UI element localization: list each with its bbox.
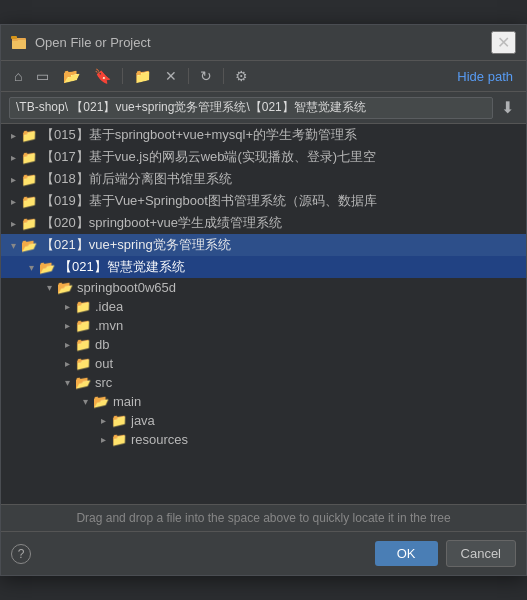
chevron-icon: ▸ — [5, 218, 21, 229]
chevron-icon: ▾ — [77, 396, 93, 407]
help-button[interactable]: ? — [11, 544, 31, 564]
folder-icon: 📂 — [39, 260, 55, 275]
chevron-icon: ▸ — [5, 196, 21, 207]
chevron-icon: ▸ — [59, 320, 75, 331]
tree-item[interactable]: ▸📁【017】基于vue.js的网易云web端(实现播放、登录)七里空 — [1, 146, 526, 168]
ok-button[interactable]: OK — [375, 541, 438, 566]
folder-icon: 📁 — [75, 299, 91, 314]
settings-button[interactable]: ⚙ — [230, 65, 253, 87]
tree-item-label: resources — [131, 432, 188, 447]
tree-item[interactable]: ▸📁【020】springboot+vue学生成绩管理系统 — [1, 212, 526, 234]
separator-1 — [122, 68, 123, 84]
chevron-icon: ▾ — [5, 240, 21, 251]
chevron-icon: ▾ — [59, 377, 75, 388]
title-bar: Open File or Project ✕ — [1, 25, 526, 61]
footer: ? OK Cancel — [1, 531, 526, 575]
svg-rect-3 — [11, 36, 17, 39]
folder-icon: 📁 — [21, 194, 37, 209]
folder-icon: 📁 — [21, 150, 37, 165]
path-bar: ⬇ — [1, 92, 526, 124]
chevron-icon: ▸ — [5, 130, 21, 141]
separator-3 — [223, 68, 224, 84]
tree-item[interactable]: ▸📁【018】前后端分离图书馆里系统 — [1, 168, 526, 190]
folder-icon: 📁 — [75, 318, 91, 333]
chevron-icon: ▾ — [23, 262, 39, 273]
chevron-icon: ▸ — [59, 339, 75, 350]
hide-path-button[interactable]: Hide path — [452, 66, 518, 87]
home-button[interactable]: ⌂ — [9, 65, 27, 87]
tree-item-label: 【017】基于vue.js的网易云web端(实现播放、登录)七里空 — [41, 148, 376, 166]
tree-item-label: db — [95, 337, 109, 352]
folder-icon: 📂 — [75, 375, 91, 390]
tree-item[interactable]: ▾📂main — [1, 392, 526, 411]
new-folder-button[interactable]: 📁 — [129, 65, 156, 87]
status-text: Drag and drop a file into the space abov… — [76, 511, 450, 525]
status-bar: Drag and drop a file into the space abov… — [1, 504, 526, 531]
tree-item-label: java — [131, 413, 155, 428]
tree-item-label: out — [95, 356, 113, 371]
tree-item[interactable]: ▸📁out — [1, 354, 526, 373]
tree-item[interactable]: ▸📁java — [1, 411, 526, 430]
chevron-icon: ▸ — [59, 358, 75, 369]
tree-item[interactable]: ▸📁.idea — [1, 297, 526, 316]
folder-button[interactable]: 📂 — [58, 65, 85, 87]
refresh-button[interactable]: ↻ — [195, 65, 217, 87]
delete-button[interactable]: ✕ — [160, 65, 182, 87]
folder-icon: 📁 — [111, 413, 127, 428]
tree-item-label: 【015】基于springboot+vue+mysql+的学生考勤管理系 — [41, 126, 357, 144]
folder-icon: 📁 — [75, 337, 91, 352]
bookmarks-button[interactable]: 🔖 — [89, 65, 116, 87]
tree-item-label: 【020】springboot+vue学生成绩管理系统 — [41, 214, 282, 232]
folder-icon: 📁 — [21, 172, 37, 187]
tree-item[interactable]: ▸📁.mvn — [1, 316, 526, 335]
folder-icon: 📂 — [21, 238, 37, 253]
tree-item-label: 【021】智慧觉建系统 — [59, 258, 185, 276]
separator-2 — [188, 68, 189, 84]
folder-icon: 📂 — [93, 394, 109, 409]
chevron-icon: ▸ — [59, 301, 75, 312]
folder-icon: 📁 — [21, 216, 37, 231]
folder-icon: 📂 — [57, 280, 73, 295]
path-input[interactable] — [9, 97, 493, 119]
tree-item-label: src — [95, 375, 112, 390]
dialog-icon — [11, 35, 27, 51]
close-button[interactable]: ✕ — [491, 31, 516, 54]
tree-item[interactable]: ▸📁【015】基于springboot+vue+mysql+的学生考勤管理系 — [1, 124, 526, 146]
path-download-button[interactable]: ⬇ — [497, 96, 518, 119]
chevron-icon: ▸ — [5, 174, 21, 185]
tree-item[interactable]: ▸📁【019】基于Vue+Springboot图书管理系统（源码、数据库 — [1, 190, 526, 212]
open-file-dialog: Open File or Project ✕ ⌂ ▭ 📂 🔖 📁 ✕ ↻ ⚙ H… — [0, 24, 527, 576]
tree-item-label: .mvn — [95, 318, 123, 333]
tree-item[interactable]: ▾📂【021】vue+spring觉务管理系统 — [1, 234, 526, 256]
tree-item-label: 【018】前后端分离图书馆里系统 — [41, 170, 232, 188]
tree-item[interactable]: ▾📂【021】智慧觉建系统 — [1, 256, 526, 278]
chevron-icon: ▸ — [95, 434, 111, 445]
tree-item-label: 【021】vue+spring觉务管理系统 — [41, 236, 231, 254]
tree-item-label: main — [113, 394, 141, 409]
tree-item[interactable]: ▾📂springboot0w65d — [1, 278, 526, 297]
tree-item[interactable]: ▸📁db — [1, 335, 526, 354]
svg-rect-1 — [12, 40, 26, 49]
tree-item-label: springboot0w65d — [77, 280, 176, 295]
dialog-title: Open File or Project — [35, 35, 491, 50]
folder-icon: 📁 — [111, 432, 127, 447]
tree-item[interactable]: ▾📂src — [1, 373, 526, 392]
folder-icon: 📁 — [75, 356, 91, 371]
chevron-icon: ▸ — [95, 415, 111, 426]
folder-icon: 📁 — [21, 128, 37, 143]
toolbar: ⌂ ▭ 📂 🔖 📁 ✕ ↻ ⚙ Hide path — [1, 61, 526, 92]
tree-item-label: 【019】基于Vue+Springboot图书管理系统（源码、数据库 — [41, 192, 377, 210]
desktop-button[interactable]: ▭ — [31, 65, 54, 87]
chevron-icon: ▾ — [41, 282, 57, 293]
tree-item[interactable]: ▸📁resources — [1, 430, 526, 449]
chevron-icon: ▸ — [5, 152, 21, 163]
tree-item-label: .idea — [95, 299, 123, 314]
file-tree: ▸📁【015】基于springboot+vue+mysql+的学生考勤管理系▸📁… — [1, 124, 526, 504]
cancel-button[interactable]: Cancel — [446, 540, 516, 567]
